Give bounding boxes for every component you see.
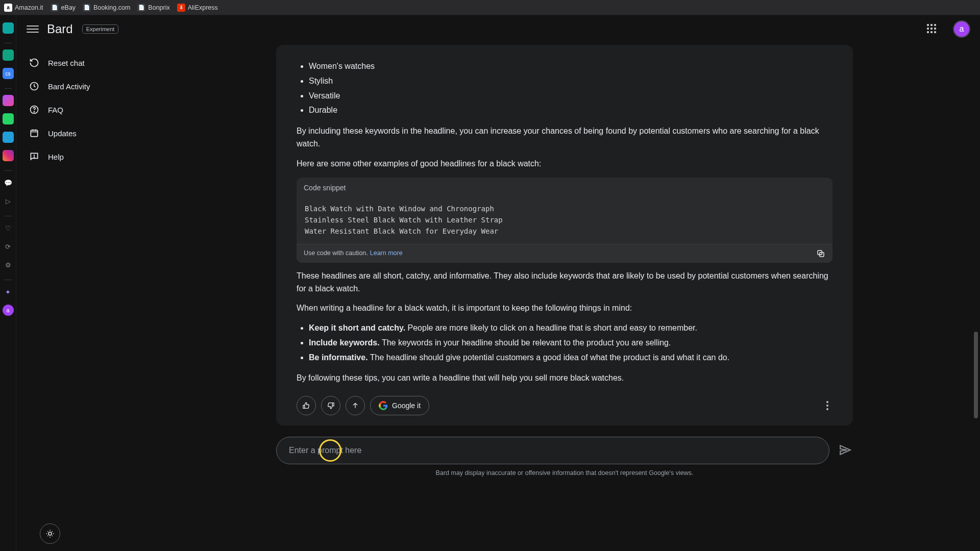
list-item: Keep it short and catchy. People are mor… <box>309 322 832 335</box>
main-column: Women's watches Stylish Versatile Durabl… <box>149 43 980 551</box>
copy-code-button[interactable] <box>816 249 825 258</box>
sidebar-item-label: Updates <box>48 129 77 138</box>
list-item: Women's watches <box>309 60 832 73</box>
brand-title: Bard <box>47 22 73 36</box>
code-snippet: Code snippet Black Watch with Date Windo… <box>297 178 832 263</box>
paragraph: Here are some other examples of good hea… <box>297 158 832 170</box>
sidebar-item-help[interactable]: Help <box>22 146 143 167</box>
feedback-icon <box>29 151 40 162</box>
sidebar-item-label: Bard Activity <box>48 82 90 91</box>
activity-icon <box>29 81 40 92</box>
code-warning: Use code with caution. <box>304 248 368 258</box>
rail-openai-icon[interactable] <box>3 49 14 61</box>
feedback-row: Google it <box>297 396 832 415</box>
sidebar-item-activity[interactable]: Bard Activity <box>22 76 143 97</box>
rail-avatar-icon[interactable]: a <box>3 305 14 316</box>
paragraph: When writing a headline for a black watc… <box>297 302 832 315</box>
share-button[interactable] <box>346 396 365 415</box>
prompt-row <box>276 437 853 464</box>
code-footer: Use code with caution. Learn more <box>297 244 832 262</box>
rail-whatsapp-icon[interactable] <box>3 113 14 124</box>
google-logo-icon <box>379 401 388 410</box>
app-body: Reset chat Bard Activity FAQ Updates Hel… <box>16 43 980 551</box>
code-header: Code snippet <box>297 178 832 199</box>
calendar-icon <box>29 128 40 139</box>
sidebar: Reset chat Bard Activity FAQ Updates Hel… <box>16 43 149 551</box>
prompt-input[interactable] <box>276 437 829 464</box>
rail-messenger-icon[interactable] <box>3 95 14 106</box>
app: Bard Experiment a Reset chat Bard Activi… <box>16 15 980 551</box>
scrollbar-thumb[interactable] <box>974 332 978 418</box>
rail-settings-icon[interactable]: ⚙ <box>3 259 14 270</box>
sidebar-item-updates[interactable]: Updates <box>22 122 143 144</box>
refresh-icon <box>29 57 40 68</box>
list-item: Stylish <box>309 75 832 88</box>
svg-rect-3 <box>31 130 37 136</box>
left-rail: cs 💬 ▷ ♡ ⟳ ⚙ ✦ a <box>0 15 16 551</box>
tips-list: Keep it short and catchy. People are mor… <box>297 322 832 364</box>
bookmark-bar: aAmazon.it 📄eBay 📄Booking.com 📄Bonprix ⬇… <box>0 0 980 15</box>
app-header: Bard Experiment a <box>16 15 980 43</box>
bookmark-bonprix[interactable]: 📄Bonprix <box>137 4 169 12</box>
send-button[interactable] <box>839 443 853 458</box>
list-item: Durable <box>309 104 832 117</box>
list-item: Be informative. The headline should give… <box>309 352 832 364</box>
menu-button[interactable] <box>27 23 39 35</box>
svg-point-7 <box>48 532 52 535</box>
more-options-button[interactable] <box>822 397 832 414</box>
account-avatar[interactable]: a <box>953 21 970 37</box>
rail-sparkle-icon[interactable]: ✦ <box>3 286 14 297</box>
theme-toggle-button[interactable] <box>40 523 60 544</box>
rail-play-icon[interactable]: ▷ <box>3 195 14 207</box>
sidebar-item-reset[interactable]: Reset chat <box>22 52 143 73</box>
bookmark-ebay[interactable]: 📄eBay <box>51 4 76 12</box>
thumbs-up-button[interactable] <box>297 396 316 415</box>
rail-history-icon[interactable]: ⟳ <box>3 241 14 252</box>
learn-more-link[interactable]: Learn more <box>370 248 403 258</box>
svg-point-2 <box>34 112 34 112</box>
rail-instagram-icon[interactable] <box>3 150 14 161</box>
google-it-button[interactable]: Google it <box>370 396 429 415</box>
help-icon <box>29 104 40 115</box>
apps-launcher-icon[interactable] <box>927 24 937 34</box>
paragraph: These headlines are all short, catchy, a… <box>297 270 832 295</box>
sidebar-item-label: Help <box>48 153 64 161</box>
bookmark-amazon[interactable]: aAmazon.it <box>4 4 43 12</box>
rail-home-icon[interactable] <box>3 22 14 34</box>
disclaimer: Bard may display inaccurate or offensive… <box>436 469 694 477</box>
paragraph: By including these keywords in the headl… <box>297 125 832 151</box>
list-item: Versatile <box>309 90 832 103</box>
code-body: Black Watch with Date Window and Chronog… <box>297 198 832 244</box>
paragraph: By following these tips, you can write a… <box>297 372 832 385</box>
rail-cs-icon[interactable]: cs <box>3 68 14 79</box>
chat-response: Women's watches Stylish Versatile Durabl… <box>276 45 853 425</box>
sidebar-item-label: FAQ <box>48 106 63 114</box>
bullet-list-keywords: Women's watches Stylish Versatile Durabl… <box>297 60 832 117</box>
bookmark-booking[interactable]: 📄Booking.com <box>83 4 130 12</box>
sidebar-item-label: Reset chat <box>48 59 85 67</box>
experiment-badge: Experiment <box>82 24 119 34</box>
thumbs-down-button[interactable] <box>321 396 340 415</box>
rail-heart-icon[interactable]: ♡ <box>3 222 14 234</box>
sidebar-item-faq[interactable]: FAQ <box>22 99 143 120</box>
bookmark-aliexpress[interactable]: ⬇AliExpress <box>177 4 218 12</box>
rail-chat-icon[interactable]: 💬 <box>3 177 14 188</box>
rail-telegram-icon[interactable] <box>3 132 14 143</box>
list-item: Include keywords. The keywords in your h… <box>309 337 832 349</box>
svg-point-4 <box>34 157 34 158</box>
